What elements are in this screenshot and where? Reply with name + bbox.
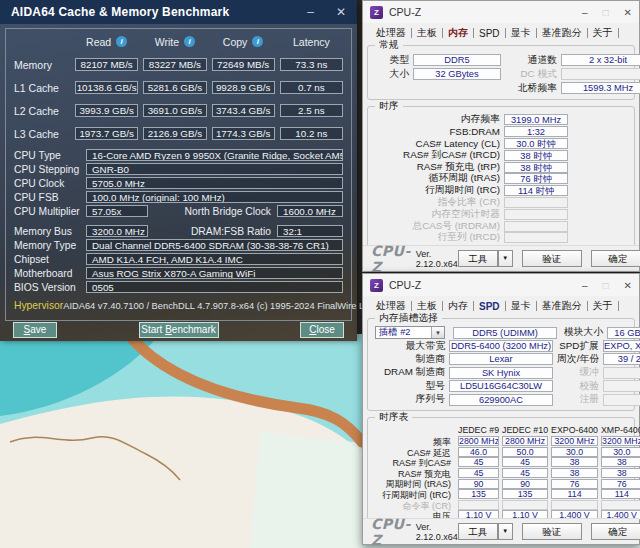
tab-mainboard[interactable]: 主板 xyxy=(412,299,442,313)
info-value-memory-type: Dual Channel DDR5-6400 SDRAM (30-38-38-7… xyxy=(86,239,343,251)
timing-value: 1:32 xyxy=(504,126,568,137)
memory-size-value: 32 GBytes xyxy=(413,68,501,80)
row-label: 命令率 (CR) xyxy=(373,500,455,511)
aida64-window-title: AIDA64 Cache & Memory Benchmark xyxy=(11,5,229,19)
cell-value: 38 xyxy=(601,457,640,467)
info-value-cpu-type: 16-Core AMD Ryzen 9 9950X (Granite Ridge… xyxy=(86,149,343,161)
tab-about[interactable]: 关于 xyxy=(588,299,618,313)
tab-bench[interactable]: 基准跑分 xyxy=(537,26,587,40)
tab-spd[interactable]: SPD xyxy=(474,301,505,312)
bench-value: 2126.9 GB/s xyxy=(143,127,206,140)
info-value-cpu-fsb: 100.0 MHz (original: 100 MHz) xyxy=(86,191,343,203)
aida64-window: AIDA64 Cache & Memory Benchmark – ✕ Read… xyxy=(0,0,357,341)
save-button[interactable]: Save xyxy=(13,322,57,338)
validate-button[interactable]: 验证 xyxy=(522,523,582,540)
timing-value: 38 时钟 xyxy=(504,150,568,161)
registered-value xyxy=(603,394,640,406)
slot-type-value: DDR5 (UDIMM) xyxy=(453,327,557,339)
spd-ext-value: EXPO, XMP 3.0 xyxy=(603,340,640,352)
tools-dropdown-arrow-icon[interactable]: ▼ xyxy=(498,250,513,267)
field-label: 通道数 xyxy=(501,54,561,67)
timing-label: CAS# Latency (CL) xyxy=(373,138,504,149)
row-label: 行周期时间 (tRC) xyxy=(373,489,455,500)
tab-about[interactable]: 关于 xyxy=(588,26,618,40)
tab-memory[interactable]: 内存 xyxy=(443,299,473,313)
info-icon[interactable]: i xyxy=(252,36,263,47)
hypervisor-label: Hypervisor xyxy=(14,300,63,311)
field-label: DC 模式 xyxy=(501,68,561,81)
cpuz-version: Ver. 2.12.0.x64 xyxy=(416,522,458,542)
field-label: 注册 xyxy=(553,393,603,406)
tab-graphics[interactable]: 显卡 xyxy=(506,299,536,313)
tab-cpu[interactable]: 处理器 xyxy=(371,299,411,313)
close-icon[interactable]: ✕ xyxy=(336,0,346,24)
info-value-cpu-multiplier: 57.05x xyxy=(86,205,148,217)
tab-mainboard[interactable]: 主板 xyxy=(412,26,442,40)
manufacturer-value: Lexar xyxy=(449,353,553,365)
column-header-copy: Copy xyxy=(223,36,248,48)
group-title: 常规 xyxy=(375,39,403,52)
start-benchmark-button[interactable]: Start Benchmark xyxy=(139,322,219,338)
tools-dropdown-arrow-icon[interactable]: ▼ xyxy=(498,523,513,540)
tools-button[interactable]: 工具 xyxy=(458,523,498,540)
tab-cpu[interactable]: 处理器 xyxy=(371,26,411,40)
slot-select-dropdown[interactable]: 插槽 #2 ▼ xyxy=(375,326,445,339)
timing-value xyxy=(504,209,568,220)
maximize-icon: □ xyxy=(603,280,609,291)
cpuz-logo: CPU-Z xyxy=(371,516,411,548)
field-label: 型号 xyxy=(373,380,449,393)
cpuz-memory-window: Z CPU-Z – □ ✕ 处理器 主板 内存 SPD 显卡 基准跑分 关于 常… xyxy=(362,0,640,272)
serial-number-value: 629900AC xyxy=(449,394,553,406)
info-label: CPU Type xyxy=(14,150,86,161)
cell-value: 135 xyxy=(502,489,548,499)
nb-frequency-value: 1599.3 MHz xyxy=(561,82,640,94)
minimize-icon[interactable]: – xyxy=(307,0,314,24)
aida64-version-text: AIDA64 v7.40.7100 / BenchDLL 4.7.907.8-x… xyxy=(63,301,374,311)
bench-row-label-l1: L1 Cache xyxy=(14,82,70,94)
memory-slot-group: 内存插槽选择 插槽 #2 ▼ DDR5 (UDIMM) 模块大小 16 GByt… xyxy=(367,318,635,411)
bench-value: 1973.7 GB/s xyxy=(75,127,138,140)
cpu-multiplier-row: CPU Multiplier 57.05x North Bridge Clock… xyxy=(14,205,343,217)
info-value-chipset: AMD K1A.4 FCH, AMD K1A.4 IMC xyxy=(86,253,343,265)
cpuz-footer: CPU-Z Ver. 2.12.0.x64 工具 ▼ 验证 确定 xyxy=(363,518,639,544)
cell-value: 46.0 xyxy=(458,447,499,457)
info-label: CPU Stepping xyxy=(14,164,86,175)
tab-bench[interactable]: 基准跑分 xyxy=(537,299,587,313)
row-label: CAS# 延迟 xyxy=(373,447,455,458)
info-value-motherboard: Asus ROG Strix X870-A Gaming WiFi xyxy=(86,267,343,279)
info-icon[interactable]: i xyxy=(184,36,195,47)
info-icon[interactable]: i xyxy=(116,36,127,47)
cell-value: 3200 MHz xyxy=(551,436,598,446)
cell-value xyxy=(551,500,598,510)
minimize-icon[interactable]: – xyxy=(582,7,588,18)
cell-value: 50.0 xyxy=(502,447,548,457)
tools-button[interactable]: 工具 xyxy=(458,250,498,267)
timing-label: 内存频率 xyxy=(373,113,504,126)
close-icon[interactable]: ✕ xyxy=(624,280,632,291)
cell-value: 114 xyxy=(601,489,640,499)
bench-value: 83227 MB/s xyxy=(143,58,206,71)
timing-value: 76 时钟 xyxy=(504,173,568,184)
correction-value xyxy=(603,380,640,392)
week-year-value: 39 / 24 xyxy=(603,353,640,365)
column-header-read: Read xyxy=(86,36,111,48)
field-label: SPD扩展 xyxy=(553,340,603,353)
column-header-write: Write xyxy=(155,36,179,48)
cell-value xyxy=(458,500,499,510)
close-button[interactable]: Close xyxy=(300,322,344,338)
validate-button[interactable]: 验证 xyxy=(522,250,582,267)
info-value-dram-fsb-ratio: 32:1 xyxy=(277,225,343,237)
field-label: 大小 xyxy=(373,68,413,81)
bench-row-label-l2: L2 Cache xyxy=(14,105,70,117)
ok-button[interactable]: 确定 xyxy=(591,523,640,540)
minimize-icon[interactable]: – xyxy=(582,280,588,291)
ok-button[interactable]: 确定 xyxy=(591,250,640,267)
tab-graphics[interactable]: 显卡 xyxy=(506,26,536,40)
bench-value: 9928.9 GB/s xyxy=(212,81,275,94)
tab-memory[interactable]: 内存 xyxy=(443,26,473,40)
tab-spd[interactable]: SPD xyxy=(474,28,505,39)
close-icon[interactable]: ✕ xyxy=(624,7,632,18)
field-label: 校验 xyxy=(553,380,603,393)
info-value-bios-version: 0505 xyxy=(86,281,343,293)
field-label: 模块大小 xyxy=(557,326,607,339)
